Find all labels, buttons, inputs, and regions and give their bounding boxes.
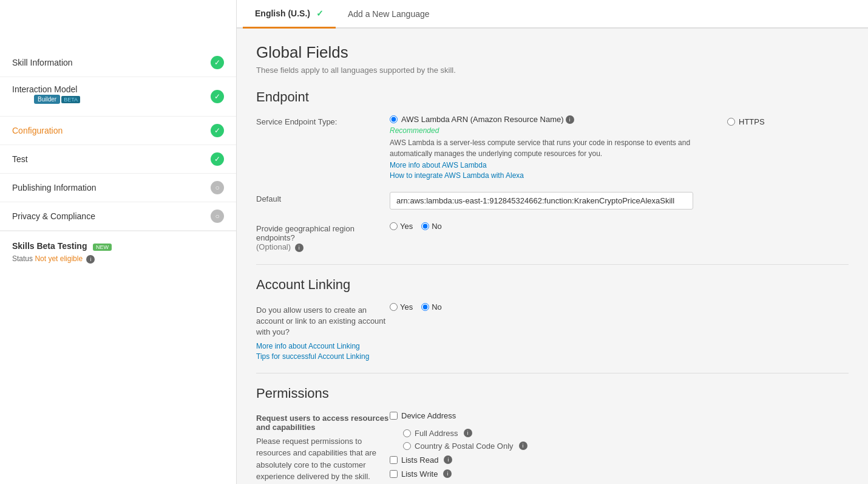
geo-label-text: Provide geographical region endpoints? [256, 224, 354, 242]
sidebar-item-skill-information[interactable]: Skill Information ✓ [0, 49, 236, 77]
geo-region-row: Provide geographical region endpoints? (… [256, 222, 849, 252]
account-linking-no-radio[interactable] [421, 303, 429, 311]
full-address-label: Full Address [415, 429, 458, 438]
lambda-option-label: AWS Lambda ARN (Amazon Resource Name) [401, 115, 564, 124]
account-linking-radio-group: Yes No [390, 302, 849, 312]
sidebar-item-publishing-information[interactable]: Publishing Information ○ [0, 174, 236, 202]
builder-badge-container: BuilderBETA [12, 94, 80, 109]
geo-info-icon[interactable]: i [295, 244, 303, 252]
address-sub-options: Full Address i Country & Postal Code Onl… [403, 429, 849, 451]
https-radio-option: HTTPS [727, 117, 849, 126]
lambda-description: AWS Lambda is a server-less compute serv… [390, 137, 727, 159]
default-endpoint-input[interactable]: arn:aws:lambda:us-east-1:912845324662:fu… [390, 192, 693, 210]
account-linking-yes-label: Yes [390, 302, 413, 312]
permissions-label-container: Request users to access resources and ca… [256, 411, 390, 484]
builder-badge: Builder [34, 95, 60, 104]
recommended-badge: Recommended [390, 126, 727, 135]
country-postal-info-icon[interactable]: i [519, 441, 527, 450]
full-address-option: Full Address i [403, 429, 849, 438]
service-endpoint-row: Service Endpoint Type: AWS Lambda ARN (A… [256, 115, 849, 180]
geo-region-label: Provide geographical region endpoints? (… [256, 222, 390, 252]
full-address-radio[interactable] [403, 429, 411, 437]
account-linking-link1[interactable]: More info about Account Linking [256, 342, 390, 350]
account-linking-row: Do you allow users to create an account … [256, 302, 849, 361]
lambda-link2[interactable]: How to integrate AWS Lambda with Alexa [390, 171, 727, 180]
service-endpoint-options: AWS Lambda ARN (Amazon Resource Name) i … [390, 115, 727, 180]
account-linking-question-container: Do you allow users to create an account … [256, 302, 390, 361]
geo-yes-label: Yes [390, 222, 413, 231]
lists-write-option: Lists Write i [390, 469, 849, 479]
default-endpoint-row: Default arn:aws:lambda:us-east-1:9128453… [256, 192, 849, 210]
geo-yes-radio[interactable] [390, 222, 398, 230]
incomplete-icon: ○ [211, 181, 224, 194]
lists-write-info-icon[interactable]: i [443, 469, 452, 478]
lambda-radio[interactable] [390, 115, 398, 123]
sidebar-item-privacy-compliance[interactable]: Privacy & Compliance ○ [0, 202, 236, 231]
sidebar: Skill Information ✓ Interaction Model Bu… [0, 0, 237, 484]
permissions-description: Please request permissions to resources … [256, 435, 390, 483]
app-layout: Skill Information ✓ Interaction Model Bu… [0, 0, 868, 484]
device-address-option: Device Address [390, 411, 849, 420]
lambda-link1[interactable]: More info about AWS Lambda [390, 161, 727, 169]
permissions-checkboxes: Device Address Full Address i Country & … [390, 411, 849, 479]
https-option-label: HTTPS [739, 117, 765, 126]
sidebar-item-interaction-model[interactable]: Interaction Model BuilderBETA ✓ [0, 77, 236, 117]
geo-no-radio[interactable] [421, 222, 429, 230]
permissions-row: Request users to access resources and ca… [256, 411, 849, 484]
beta-status: Status Not yet eligible i [12, 254, 224, 264]
country-postal-label: Country & Postal Code Only [415, 441, 514, 451]
lists-read-label: Lists Read [401, 455, 438, 465]
lists-read-option: Lists Read i [390, 455, 849, 465]
sidebar-item-label: Interaction Model [12, 84, 77, 94]
default-input-container: arn:aws:lambda:us-east-1:912845324662:fu… [390, 192, 849, 210]
lists-write-label: Lists Write [401, 469, 438, 479]
sidebar-item-label: Test [12, 154, 28, 164]
geo-options: Yes No [390, 222, 849, 231]
beta-title: Skills Beta Testing [12, 241, 87, 251]
lists-write-checkbox[interactable] [390, 470, 398, 478]
sidebar-item-label-active: Configuration [12, 126, 63, 135]
account-linking-question: Do you allow users to create an account … [256, 305, 390, 338]
account-linking-options: Yes No [390, 302, 849, 312]
page-subtitle: These fields apply to all languages supp… [256, 66, 849, 75]
https-radio[interactable] [727, 118, 735, 126]
beta-badge: BETA [61, 96, 80, 103]
sidebar-item-label: Publishing Information [12, 183, 97, 193]
geo-optional: (Optional) [256, 242, 291, 251]
status-value: Not yet eligible [35, 254, 83, 263]
https-option-container: HTTPS [727, 115, 849, 129]
add-language-tab[interactable]: Add a New Language [336, 1, 442, 27]
tab-english-label: English (U.S.) [255, 9, 310, 18]
device-address-checkbox[interactable] [390, 412, 398, 420]
main-content: English (U.S.) ✓ Add a New Language Glob… [237, 0, 868, 484]
sidebar-item-configuration[interactable]: Configuration ✓ [0, 117, 236, 145]
language-tabs: English (U.S.) ✓ Add a New Language [237, 0, 868, 29]
geo-no-label: No [421, 222, 442, 231]
permissions-options: Device Address Full Address i Country & … [390, 411, 849, 479]
beta-testing-section: Skills Beta Testing NEW Status Not yet e… [0, 231, 236, 273]
country-postal-radio[interactable] [403, 442, 411, 450]
content-area: Global Fields These fields apply to all … [237, 29, 868, 484]
lists-read-checkbox[interactable] [390, 456, 398, 464]
check-icon: ✓ [211, 152, 224, 166]
full-address-info-icon[interactable]: i [464, 429, 472, 437]
lambda-radio-option: AWS Lambda ARN (Amazon Resource Name) i [390, 115, 727, 124]
info-icon[interactable]: i [86, 255, 95, 264]
geo-radio-group: Yes No [390, 222, 849, 231]
account-linking-link2[interactable]: Tips for successful Account Linking [256, 352, 390, 361]
account-linking-no-label: No [421, 302, 442, 312]
tab-english[interactable]: English (U.S.) ✓ [243, 0, 336, 29]
sidebar-item-test[interactable]: Test ✓ [0, 145, 236, 174]
divider-2 [256, 373, 849, 373]
account-linking-yes-radio[interactable] [390, 303, 398, 311]
lambda-info-icon[interactable]: i [566, 115, 574, 124]
tab-check-icon: ✓ [316, 9, 324, 18]
page-title: Global Fields [256, 43, 849, 62]
sidebar-item-label: Privacy & Compliance [12, 211, 95, 221]
status-label: Status [12, 254, 33, 263]
account-linking-section-title: Account Linking [256, 277, 849, 293]
service-endpoint-label: Service Endpoint Type: [256, 115, 390, 126]
incomplete-icon: ○ [211, 210, 224, 223]
lists-read-info-icon[interactable]: i [444, 455, 452, 464]
permissions-request-label: Request users to access resources and ca… [256, 414, 390, 432]
